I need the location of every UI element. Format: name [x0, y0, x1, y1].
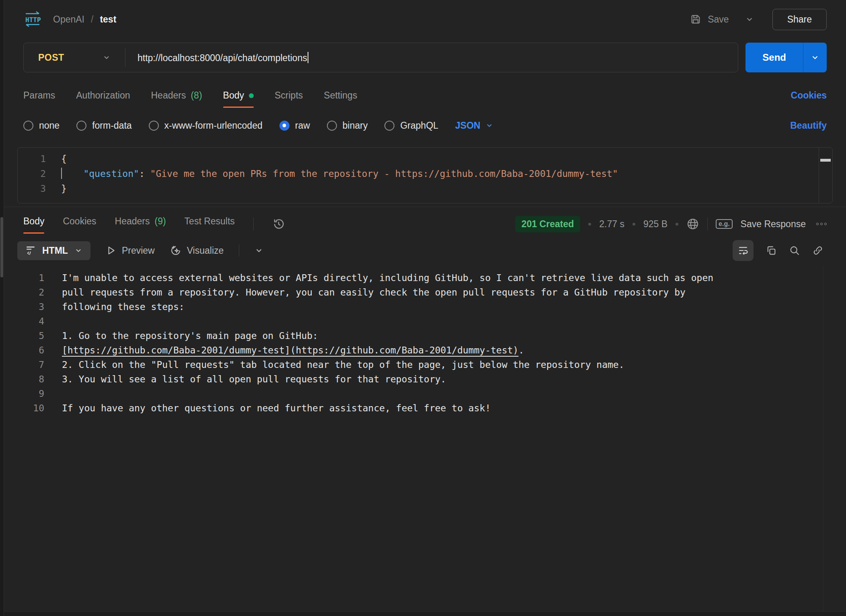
editor-line: 2 "question": "Give me the open PRs from… [18, 166, 832, 181]
body-modified-dot [249, 93, 254, 98]
dot-separator [588, 223, 591, 226]
response-link[interactable]: [https://github.com/Baba-2001/dummy-test… [62, 345, 290, 355]
request-body-editor[interactable]: 1 { 2 "question": "Give me the open PRs … [17, 147, 833, 203]
preview-button[interactable]: Preview [106, 245, 155, 256]
format-icon [25, 245, 36, 256]
response-tab-cookies[interactable]: Cookies [63, 216, 96, 234]
url-input[interactable]: http://localhost:8000/api/chat/completio… [138, 52, 308, 64]
response-line: 72. Click on the "Pull requests" tab loc… [4, 357, 846, 372]
response-link[interactable]: (https://github.com/Baba-2001/dummy-test… [290, 345, 519, 355]
toolbar-divider [239, 244, 239, 257]
share-button[interactable]: Share [772, 9, 827, 30]
response-status-cluster: 201 Created 2.77 s 925 B e.g. Save Respo… [515, 216, 827, 232]
beautify-link[interactable]: Beautify [790, 120, 827, 131]
response-line: 83. You will see a list of all open pull… [4, 372, 846, 386]
response-time[interactable]: 2.77 s [599, 219, 624, 230]
response-line: 1I'm unable to access external websites … [4, 271, 846, 285]
breadcrumb-separator: / [91, 14, 93, 25]
svg-text:HTTP: HTTP [25, 16, 41, 24]
main-panel: HTTP OpenAI / test Save [4, 0, 846, 616]
dot-separator [676, 223, 678, 226]
response-toolbar: HTML Preview Visual [4, 239, 846, 262]
response-line: 4 [4, 314, 846, 329]
save-button[interactable]: Save [690, 14, 754, 25]
response-header: Body Cookies Headers(9) Test Results 201… [4, 210, 846, 234]
body-type-raw[interactable]: raw [279, 120, 310, 131]
tab-settings[interactable]: Settings [324, 90, 357, 108]
language-select[interactable]: JSON [455, 120, 493, 131]
response-history-icon[interactable] [272, 218, 285, 230]
send-options-chevron-icon[interactable] [803, 43, 827, 72]
rail-scrollbar-thumb[interactable] [0, 217, 3, 277]
bottom-edge [4, 611, 846, 616]
response-view-icons [733, 240, 823, 261]
format-chevron-icon [74, 246, 82, 255]
copy-icon[interactable] [766, 245, 777, 256]
method-chevron-icon [103, 53, 111, 62]
response-tabs-divider [253, 218, 254, 230]
editor-line: 3 } [18, 181, 832, 196]
request-tabs: Params Authorization Headers(8) Body Scr… [4, 85, 846, 108]
tab-headers[interactable]: Headers(8) [151, 90, 202, 108]
status-divider [707, 218, 708, 230]
visualize-sparkle-icon [170, 245, 181, 256]
breadcrumb-collection[interactable]: OpenAI [53, 14, 84, 25]
body-type-urlencoded[interactable]: x-www-form-urlencoded [149, 120, 263, 131]
response-body-viewer[interactable]: 1I'm unable to access external websites … [4, 271, 846, 611]
visualize-button[interactable]: Visualize [170, 245, 224, 256]
response-tab-body[interactable]: Body [23, 216, 44, 234]
body-type-form-data[interactable]: form-data [76, 120, 131, 131]
response-line: 10If you have any other questions or nee… [4, 401, 846, 415]
response-format-select[interactable]: HTML [17, 241, 90, 260]
link-icon[interactable] [812, 245, 823, 256]
save-icon [690, 14, 701, 25]
editor-minimap[interactable] [819, 148, 832, 203]
response-tab-test-results[interactable]: Test Results [185, 216, 235, 234]
save-options-chevron-icon[interactable] [745, 15, 754, 24]
app-root: HTTP OpenAI / test Save [0, 0, 846, 616]
response-size[interactable]: 925 B [643, 219, 667, 230]
tab-params[interactable]: Params [23, 90, 55, 108]
response-line: 2pull requests from a repository. Howeve… [4, 285, 846, 300]
radio-icon [327, 121, 337, 131]
send-button[interactable]: Send [745, 43, 803, 72]
tab-scripts[interactable]: Scripts [275, 90, 303, 108]
save-response-button[interactable]: Save Response [741, 219, 806, 230]
body-type-binary[interactable]: binary [327, 120, 368, 131]
save-label: Save [708, 14, 729, 25]
cookies-link[interactable]: Cookies [791, 90, 827, 108]
wrap-text-button[interactable] [733, 240, 754, 261]
radio-icon [23, 121, 33, 131]
radio-icon [149, 121, 159, 131]
method-select[interactable]: POST [24, 52, 125, 63]
http-method-icon: HTTP [23, 11, 42, 28]
response-line: 3following these steps: [4, 300, 846, 314]
breadcrumb-request-name[interactable]: test [100, 14, 116, 25]
tab-body[interactable]: Body [223, 90, 254, 108]
response-line: 6[https://github.com/Baba-2001/dummy-tes… [4, 343, 846, 357]
json-key: "question" [83, 168, 139, 179]
radio-selected-icon [279, 121, 290, 131]
response-line: 9 [4, 386, 846, 401]
format-options-chevron-icon[interactable] [255, 246, 263, 255]
radio-icon [76, 121, 86, 131]
more-options-icon[interactable] [816, 223, 827, 225]
text-caret [308, 52, 308, 63]
network-globe-icon[interactable] [686, 218, 699, 230]
body-type-row: none form-data x-www-form-urlencoded raw… [4, 116, 846, 135]
json-string-value: "Give me the open PRs from the repositor… [150, 168, 618, 179]
dot-separator [632, 223, 635, 226]
editor-line: 1 { [18, 152, 832, 166]
status-badge[interactable]: 201 Created [515, 216, 580, 232]
request-title-bar: HTTP OpenAI / test Save [4, 0, 846, 39]
url-row: POST http://localhost:8000/api/chat/comp… [4, 43, 846, 72]
tab-authorization[interactable]: Authorization [76, 90, 130, 108]
left-rail [0, 0, 4, 616]
url-container: POST http://localhost:8000/api/chat/comp… [23, 43, 738, 72]
response-tab-headers[interactable]: Headers(9) [115, 216, 166, 234]
body-type-none[interactable]: none [23, 120, 60, 131]
request-response-divider[interactable] [4, 207, 846, 207]
search-icon[interactable] [789, 245, 800, 256]
body-type-graphql[interactable]: GraphQL [384, 120, 438, 131]
url-divider [125, 48, 125, 67]
